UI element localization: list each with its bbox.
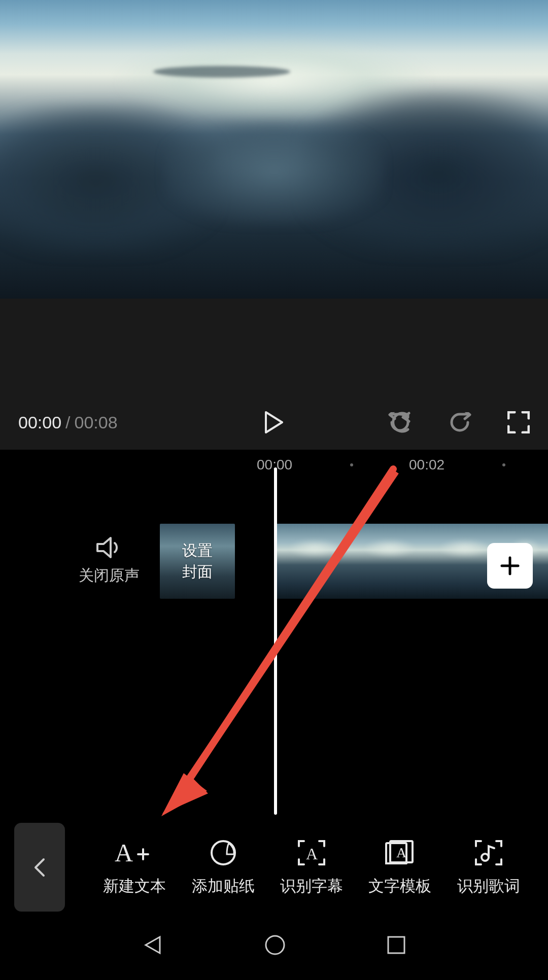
fullscreen-icon: [507, 411, 530, 433]
playhead[interactable]: [274, 467, 277, 815]
recognize-subtitle-button[interactable]: A 识别字幕: [280, 838, 343, 897]
svg-text:A: A: [115, 839, 133, 866]
clip-frame: [277, 524, 352, 599]
template-icon: A: [384, 838, 416, 867]
current-time: 00:00: [18, 413, 61, 432]
recognize-lyrics-button[interactable]: 识别歌词: [457, 838, 520, 897]
timeline[interactable]: 关闭原声 设置封面: [0, 480, 548, 825]
text-template-button[interactable]: A 文字模板: [368, 838, 431, 897]
ruler-dot: [502, 463, 505, 466]
nav-recent-button[interactable]: [386, 935, 406, 957]
sticker-icon: [210, 838, 237, 867]
total-time: 00:08: [75, 413, 118, 432]
clip-frame: [352, 524, 427, 599]
circle-home-icon: [264, 934, 286, 956]
add-clip-button[interactable]: [487, 543, 533, 589]
system-nav-bar: [0, 912, 548, 980]
mute-label: 关闭原声: [79, 565, 140, 586]
video-preview[interactable]: [0, 0, 548, 299]
new-text-button[interactable]: A 新建文本: [103, 838, 166, 897]
ruler-mark-2: 00:02: [409, 457, 444, 473]
tool-label: 识别字幕: [280, 876, 343, 897]
triangle-back-icon: [142, 934, 164, 956]
svg-text:A: A: [306, 845, 318, 863]
ruler-dot: [350, 463, 353, 466]
tool-label: 添加贴纸: [192, 876, 255, 897]
toolbar-back-button[interactable]: [14, 823, 65, 912]
tool-label: 文字模板: [368, 876, 431, 897]
preview-padding: [0, 299, 548, 395]
fullscreen-button[interactable]: [507, 411, 530, 433]
plus-icon: [499, 555, 521, 577]
svg-text:A: A: [396, 845, 407, 860]
time-separator: /: [65, 413, 70, 432]
mute-original-audio[interactable]: 关闭原声: [79, 537, 140, 586]
lyrics-scan-icon: [474, 838, 503, 867]
nav-back-button[interactable]: [142, 934, 164, 958]
tool-label: 识别歌词: [457, 876, 520, 897]
redo-icon: [448, 412, 472, 432]
play-icon: [265, 411, 283, 433]
svg-point-13: [266, 936, 284, 954]
nav-home-button[interactable]: [264, 934, 286, 958]
square-recent-icon: [386, 935, 406, 955]
playback-controls: 00:00 / 00:08: [0, 395, 548, 450]
time-display: 00:00 / 00:08: [18, 413, 118, 432]
set-cover-button[interactable]: 设置封面: [160, 524, 235, 599]
play-button[interactable]: [265, 411, 283, 433]
cover-label: 设置封面: [182, 540, 213, 583]
speaker-icon: [96, 537, 122, 558]
subtitle-scan-icon: A: [297, 838, 326, 867]
text-toolbar: A 新建文本 添加贴纸 A: [0, 823, 548, 912]
tool-label: 新建文本: [103, 876, 166, 897]
undo-icon-shape: [388, 412, 412, 432]
svg-point-12: [482, 854, 489, 861]
svg-rect-14: [388, 937, 404, 953]
preview-image: [0, 0, 548, 299]
undo-button[interactable]: [388, 411, 412, 433]
redo-button[interactable]: [448, 412, 472, 432]
chevron-left-icon: [33, 857, 46, 878]
text-plus-icon: A: [115, 838, 154, 867]
add-sticker-button[interactable]: 添加贴纸: [192, 838, 255, 897]
